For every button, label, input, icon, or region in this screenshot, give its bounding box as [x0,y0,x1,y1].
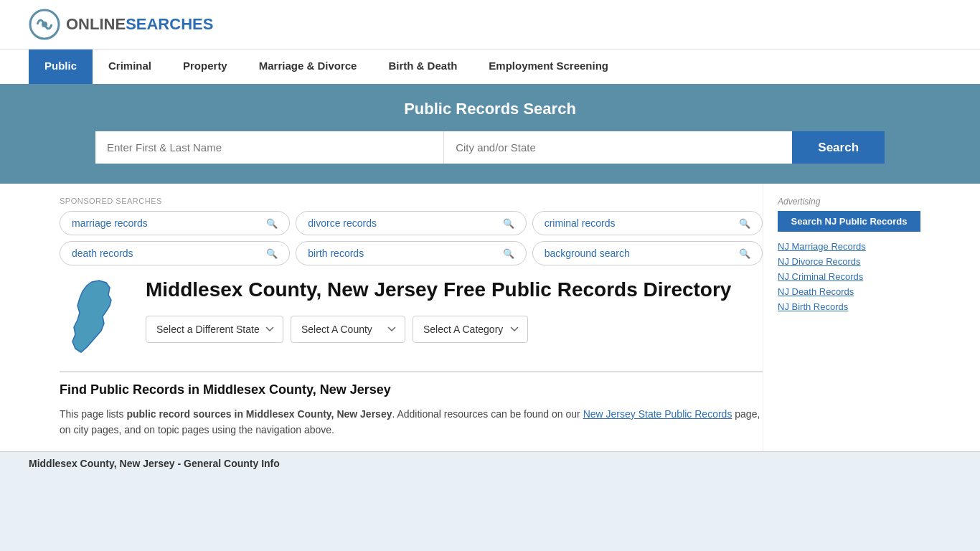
tag-background-search[interactable]: background search 🔍 [532,241,763,265]
page-heading-area: Middlesex County, New Jersey Free Public… [60,277,763,358]
text-bold: public record sources in Middlesex Count… [126,408,392,420]
page-title-block: Middlesex County, New Jersey Free Public… [146,277,763,358]
search-icon: 🔍 [266,218,278,229]
nav-item-birth-death[interactable]: Birth & Death [372,50,473,84]
tag-marriage-records[interactable]: marriage records 🔍 [60,211,290,235]
general-info-bar: Middlesex County, New Jersey - General C… [0,451,980,475]
find-records-heading: Find Public Records in Middlesex County,… [60,371,763,397]
sidebar-link-item: NJ Criminal Records [778,270,920,282]
county-dropdown[interactable]: Select A County [291,316,405,343]
name-input[interactable] [95,131,444,164]
sidebar-link-item: NJ Birth Records [778,301,920,312]
logo-searches-text: SEARCHES [126,15,213,33]
sidebar-link-birth[interactable]: NJ Birth Records [778,301,848,312]
page-title: Middlesex County, New Jersey Free Public… [146,277,763,303]
sidebar-link-divorce[interactable]: NJ Divorce Records [778,256,861,267]
search-icon: 🔍 [266,248,278,259]
nj-public-records-link[interactable]: New Jersey State Public Records [583,408,732,420]
location-input[interactable] [444,131,792,164]
search-row: Search [95,131,885,164]
nj-map [60,277,131,358]
nav-item-marriage-divorce[interactable]: Marriage & Divorce [243,50,373,84]
tag-death-records[interactable]: death records 🔍 [60,241,290,265]
tag-label: marriage records [72,217,148,229]
search-icon: 🔍 [503,248,514,259]
nav-item-employment[interactable]: Employment Screening [473,50,624,84]
dropdowns-row: Select a Different State Select A County… [146,316,763,343]
sidebar-links: NJ Marriage Records NJ Divorce Records N… [778,240,920,312]
tag-label: criminal records [545,217,616,229]
tag-label: death records [72,248,133,259]
sponsored-section: SPONSORED SEARCHES marriage records 🔍 di… [60,197,763,265]
header: ONLINESEARCHES [0,0,980,49]
svg-point-1 [42,22,47,27]
sidebar-link-marriage[interactable]: NJ Marriage Records [778,241,866,252]
nav-item-public[interactable]: Public [29,50,93,84]
nav-bar: Public Criminal Property Marriage & Divo… [0,49,980,84]
logo-icon [29,9,60,40]
text-part2: . Additional resources can be found on o… [392,408,583,420]
sidebar-link-death[interactable]: NJ Death Records [778,286,854,297]
search-tags: marriage records 🔍 divorce records 🔍 cri… [60,211,763,265]
category-dropdown[interactable]: Select A Category [413,316,528,343]
find-records-section: Find Public Records in Middlesex County,… [60,371,763,438]
logo[interactable]: ONLINESEARCHES [29,9,213,40]
tag-criminal-records[interactable]: criminal records 🔍 [532,211,763,235]
state-dropdown[interactable]: Select a Different State [146,316,283,343]
text-part1: This page lists [60,408,126,420]
tag-divorce-records[interactable]: divorce records 🔍 [296,211,526,235]
find-records-text: This page lists public record sources in… [60,406,763,438]
content-wrapper: SPONSORED SEARCHES marriage records 🔍 di… [60,184,763,451]
tag-label: background search [545,248,630,259]
search-icon: 🔍 [739,218,750,229]
sidebar-link-item: NJ Divorce Records [778,255,920,267]
search-icon: 🔍 [739,248,750,259]
sidebar-ad-label: Advertising [778,197,920,207]
search-icon: 🔍 [503,218,514,229]
sidebar-ad-button[interactable]: Search NJ Public Records [778,211,920,232]
tag-label: birth records [308,248,364,259]
main-content: SPONSORED SEARCHES marriage records 🔍 di… [31,184,949,451]
search-band-title: Public Records Search [29,100,951,118]
sidebar-link-item: NJ Death Records [778,286,920,297]
sponsored-label: SPONSORED SEARCHES [60,197,763,205]
search-button[interactable]: Search [792,131,885,164]
logo-online-text: ONLINE [66,15,126,33]
nav-item-criminal[interactable]: Criminal [93,50,167,84]
search-band: Public Records Search Search [0,84,980,184]
nav-item-property[interactable]: Property [167,50,243,84]
sidebar-link-item: NJ Marriage Records [778,240,920,252]
sidebar-link-criminal[interactable]: NJ Criminal Records [778,271,863,282]
sidebar: Advertising Search NJ Public Records NJ … [763,184,920,451]
tag-birth-records[interactable]: birth records 🔍 [296,241,526,265]
tag-label: divorce records [308,217,377,229]
